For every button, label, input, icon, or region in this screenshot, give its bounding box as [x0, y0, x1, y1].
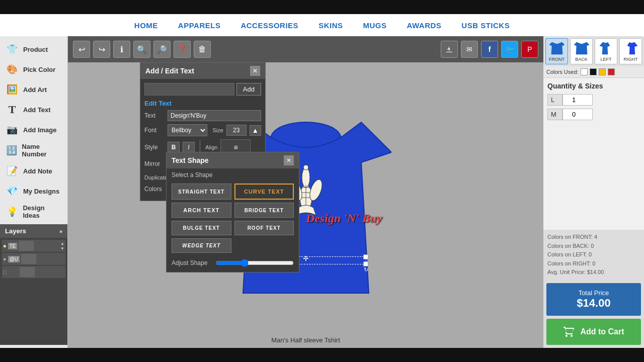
undo-button[interactable]: ↩	[73, 41, 90, 58]
corner-handle-tr[interactable]	[363, 254, 368, 259]
qty-m-input[interactable]	[562, 109, 593, 120]
sidebar-item-add-image[interactable]: 📷 Add Image	[0, 120, 67, 140]
nav-home[interactable]: HOME	[134, 21, 158, 30]
italic-button[interactable]: I	[183, 142, 195, 153]
color-swatch-black[interactable]	[590, 68, 597, 75]
size-input[interactable]	[226, 125, 247, 136]
redo-button[interactable]: ↪	[93, 41, 110, 58]
rotate-handle[interactable]: ↻	[364, 266, 368, 273]
text-input[interactable]	[168, 110, 261, 121]
shape-wedge-button[interactable]: WEDGE TEXT	[172, 238, 231, 253]
mirror-label: Mirror	[144, 160, 165, 167]
zoom-out-button[interactable]: 🔎	[153, 41, 171, 58]
sidebar-item-design-ideas[interactable]: 💡 Design Ideas	[0, 201, 67, 222]
layers-collapse-icon[interactable]: »	[59, 228, 62, 234]
align-center-icon[interactable]: ≡	[233, 143, 237, 151]
layer-order-controls[interactable]: ▲ ▼	[60, 241, 64, 251]
sidebar-item-pick-color[interactable]: 🎨 Pick Color	[0, 59, 67, 79]
colors-info: Colors on FRONT: 4 Colors on BACK: 0 Col…	[543, 230, 644, 280]
text-shape-modal-close[interactable]: ✕	[284, 155, 294, 165]
quantity-title: Quantity & Sizes	[547, 82, 640, 90]
adjust-shape-row: Adjust Shape	[167, 256, 299, 272]
shape-straight-button[interactable]: STRAIGHT TEXT	[172, 184, 231, 200]
main-nav: HOME APPARELS ACCESSORIES SKINS MUGS AWA…	[0, 14, 644, 36]
color-swatch-white[interactable]	[581, 68, 588, 75]
shirt-label: Man's Half sleeve Tshirt	[271, 336, 340, 344]
sidebar-item-name-number[interactable]: 🔢 Name Number	[0, 140, 67, 161]
adjust-shape-label: Adjust Shape	[172, 259, 212, 266]
view-back-button[interactable]: BACK	[570, 38, 593, 64]
layer-row-text[interactable]: ● TE ▲ ▼	[2, 240, 65, 252]
nav-awards[interactable]: AWARDS	[407, 21, 441, 30]
qty-l-input[interactable]	[562, 94, 593, 106]
svg-point-4	[303, 165, 308, 170]
toolbar-area: ↩ ↪ ℹ 🔍 🔎 ❓ 🗑 ✉ f 🐦 P	[68, 36, 543, 62]
right-label: RIGHT	[624, 57, 638, 62]
sidebar-label-product: Product	[23, 46, 48, 53]
size-up-button[interactable]: ▲	[250, 125, 261, 136]
color-swatch-yellow[interactable]	[599, 68, 606, 75]
shape-bulge-button[interactable]: BULGE TEXT	[172, 221, 231, 235]
save-share-button[interactable]	[441, 41, 458, 58]
adjust-shape-slider[interactable]	[216, 259, 294, 267]
shape-bridge-button[interactable]: BRIDGE TEXT	[234, 203, 294, 218]
shape-select-label: Select a Shape	[167, 168, 299, 180]
facebook-share-button[interactable]: f	[481, 41, 498, 58]
help-button[interactable]: ❓	[174, 41, 191, 58]
zoom-in-button[interactable]: 🔍	[133, 41, 150, 58]
top-bar	[0, 0, 644, 14]
move-handle[interactable]: ✛	[303, 254, 309, 262]
delete-button[interactable]: 🗑	[194, 41, 211, 58]
sidebar-item-add-art[interactable]: 🖼️ Add Art	[0, 79, 67, 100]
layer-visibility-art-icon[interactable]: ●	[3, 256, 7, 262]
colors-label: Colors	[144, 186, 165, 193]
total-price-box: Total Price $14.00	[546, 283, 641, 316]
view-right-button[interactable]: RIGHT	[619, 38, 642, 64]
layer-row-img[interactable]: □	[2, 266, 65, 278]
nav-accessories[interactable]: ACCESSORIES	[240, 21, 298, 30]
layer-visibility-icon[interactable]: ●	[3, 243, 7, 249]
sidebar-item-add-text[interactable]: T Add Text	[0, 100, 67, 120]
nav-usb-sticks[interactable]: USB STICKS	[461, 21, 510, 30]
twitter-share-button[interactable]: 🐦	[501, 41, 518, 58]
view-left-button[interactable]: LEFT	[595, 38, 617, 64]
shape-roof-button[interactable]: ROOF TEXT	[234, 221, 294, 235]
layer-row-art[interactable]: ● @U	[2, 253, 65, 265]
right-shirt-icon	[623, 41, 638, 56]
front-label: FRONT	[549, 57, 565, 62]
shape-arch-button[interactable]: ARCH TEXT	[172, 203, 231, 218]
bold-button[interactable]: B	[168, 142, 180, 153]
add-to-cart-button[interactable]: Add to Cart	[546, 319, 641, 345]
qty-row-l: L	[547, 94, 640, 106]
edit-text-modal-close[interactable]: ✕	[250, 66, 260, 76]
sidebar-label-add-art: Add Art	[23, 86, 47, 94]
edit-text-modal-header: Add / Edit Text ✕	[140, 63, 265, 79]
sidebar-item-product[interactable]: 👕 Product	[0, 39, 67, 59]
add-image-icon: 📷	[5, 123, 19, 137]
email-share-button[interactable]: ✉	[461, 41, 478, 58]
sidebar-label-name-number: Name Number	[22, 143, 62, 158]
sidebar-item-add-note[interactable]: 📝 Add Note	[0, 161, 67, 181]
add-text-icon: T	[5, 103, 19, 117]
nav-mugs[interactable]: MUGS	[363, 21, 386, 30]
sidebar-label-design-ideas: Design Ideas	[23, 204, 62, 219]
view-front-button[interactable]: FRONT	[545, 38, 568, 64]
layer-visibility-img-icon[interactable]: □	[3, 269, 7, 275]
color-swatch-red[interactable]	[608, 68, 615, 75]
add-note-icon: 📝	[5, 164, 19, 178]
shape-grid: STRAIGHT TEXT CURVE TEXT ARCH TEXT BRIDG…	[167, 180, 299, 256]
nav-skins[interactable]: SKINS	[318, 21, 343, 30]
back-label: BACK	[575, 57, 588, 62]
sidebar-item-my-designs[interactable]: 💎 My Designs	[0, 181, 67, 201]
nav-apparels[interactable]: APPARELS	[178, 21, 221, 30]
font-select[interactable]: Bellboy	[168, 124, 207, 136]
add-text-input[interactable]	[144, 83, 234, 96]
shape-curve-button[interactable]: CURVE TEXT	[234, 184, 294, 200]
left-label: LEFT	[600, 57, 611, 62]
avg-unit-price: Avg. Unit Price: $14.00	[547, 268, 640, 277]
corner-handle-br[interactable]	[363, 261, 368, 266]
info-button[interactable]: ℹ	[113, 41, 130, 58]
add-text-button[interactable]: Add	[236, 83, 261, 96]
pinterest-share-button[interactable]: P	[521, 41, 538, 58]
sidebar-label-pick-color: Pick Color	[23, 66, 55, 73]
